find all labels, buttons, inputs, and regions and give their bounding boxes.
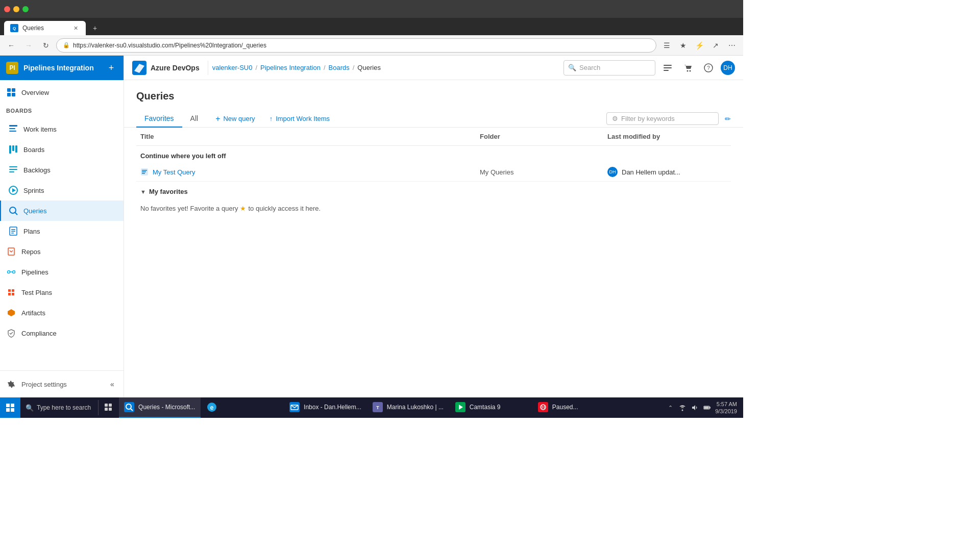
table-row[interactable]: My Test Query My Queries DH Dan Hellem u… bbox=[136, 163, 731, 182]
ado-logo-icon bbox=[132, 61, 146, 75]
col-title: Title bbox=[136, 131, 476, 142]
tab-favorites[interactable]: Favorites bbox=[136, 110, 182, 128]
refresh-button[interactable]: ↻ bbox=[39, 38, 53, 53]
section-toggle-icon[interactable]: ▼ bbox=[140, 189, 146, 195]
help-button[interactable]: ? bbox=[700, 60, 717, 76]
user-avatar[interactable]: DH bbox=[721, 61, 735, 75]
breadcrumb-project[interactable]: Pipelines Integration bbox=[260, 64, 321, 71]
svg-rect-2 bbox=[7, 93, 11, 96]
sidebar-item-boards[interactable]: Boards bbox=[0, 139, 124, 160]
svg-point-21 bbox=[8, 271, 10, 273]
ado-logo: Azure DevOps bbox=[132, 61, 208, 75]
new-query-button[interactable]: + New query bbox=[210, 111, 260, 127]
taskbar-app-inbox[interactable]: Inbox - Dan.Hellem... bbox=[284, 397, 366, 418]
project-settings-item[interactable]: Project settings « bbox=[0, 375, 124, 393]
share-button[interactable]: ↗ bbox=[708, 38, 723, 53]
shopping-cart-button[interactable] bbox=[680, 60, 696, 76]
reading-list-button[interactable]: ☰ bbox=[659, 38, 674, 53]
taskbar-app-ie[interactable]: e bbox=[202, 397, 283, 418]
breadcrumb-boards[interactable]: Boards bbox=[329, 64, 350, 71]
tab-actions: + New query ↑ Import Work Items bbox=[206, 111, 606, 127]
no-favorites-message: No favorites yet! Favorite a query ★ to … bbox=[136, 198, 731, 218]
start-button[interactable] bbox=[0, 397, 20, 418]
taskbar-app-paused[interactable]: Paused... bbox=[533, 397, 615, 418]
sidebar-item-compliance[interactable]: Compliance bbox=[0, 323, 124, 343]
tab-all[interactable]: All bbox=[182, 110, 207, 128]
tray-network-icon[interactable] bbox=[678, 404, 687, 412]
top-bar-search[interactable]: 🔍 Search bbox=[564, 60, 655, 76]
favorites-star-icon: ★ bbox=[240, 205, 246, 212]
project-icon: PI bbox=[6, 62, 18, 74]
svg-rect-39 bbox=[6, 408, 10, 412]
import-work-items-button[interactable]: ↑ Import Work Items bbox=[264, 112, 335, 126]
sidebar-item-plans[interactable]: Plans bbox=[0, 221, 124, 241]
tray-battery-icon[interactable] bbox=[703, 404, 711, 412]
sidebar-add-button[interactable]: + bbox=[105, 62, 117, 74]
search-placeholder: Search bbox=[579, 64, 600, 71]
taskbar-app-camtasia[interactable]: Camtasia 9 bbox=[450, 397, 532, 418]
sidebar-item-queries[interactable]: Queries bbox=[0, 201, 124, 221]
breadcrumb-org[interactable]: valenker-SU0 bbox=[212, 64, 253, 71]
taskbar-app-marina[interactable]: T Marina Lukoshko | ... bbox=[368, 397, 449, 418]
new-tab-button[interactable]: + bbox=[88, 21, 102, 35]
boards-icon bbox=[8, 144, 18, 155]
queries-icon bbox=[8, 206, 18, 216]
svg-rect-11 bbox=[9, 169, 17, 170]
breadcrumb-sep-1: / bbox=[255, 64, 257, 71]
sidebar-item-overview[interactable]: Overview bbox=[0, 82, 124, 103]
sidebar-item-label-work-items: Work items bbox=[23, 126, 57, 133]
sidebar-item-label-repos: Repos bbox=[21, 248, 41, 256]
tray-chevron[interactable]: ⌃ bbox=[666, 404, 674, 412]
breadcrumb-current: Queries bbox=[357, 64, 381, 71]
page-header: Queries bbox=[124, 80, 743, 110]
taskbar-date: 9/3/2019 bbox=[715, 408, 737, 415]
sidebar-item-artifacts[interactable]: Artifacts bbox=[0, 303, 124, 323]
browser-chrome bbox=[0, 0, 743, 18]
active-browser-tab[interactable]: Q Queries ✕ bbox=[4, 21, 86, 35]
filter-edit-button[interactable]: ✏ bbox=[725, 115, 731, 123]
breadcrumb: valenker-SU0 / Pipelines Integration / B… bbox=[212, 64, 559, 71]
query-title-link[interactable]: My Test Query bbox=[153, 168, 195, 176]
svg-rect-41 bbox=[105, 404, 108, 407]
project-name: Pipelines Integration bbox=[23, 64, 100, 72]
forward-button[interactable]: → bbox=[21, 38, 36, 53]
col-folder: Folder bbox=[476, 131, 603, 142]
plans-icon bbox=[8, 226, 18, 236]
test-plans-icon bbox=[6, 287, 16, 297]
sidebar-item-backlogs[interactable]: Backlogs bbox=[0, 160, 124, 180]
tray-volume-icon[interactable] bbox=[691, 404, 699, 412]
taskbar-apps: Queries - Microsoft... e Inbox - Dan.Hel… bbox=[117, 397, 660, 418]
hub-button[interactable]: ⚡ bbox=[692, 38, 706, 53]
back-button[interactable]: ← bbox=[4, 38, 18, 53]
taskbar-time-date[interactable]: 5:57 AM 9/3/2019 bbox=[715, 400, 737, 415]
sidebar-item-boards-header[interactable]: Boards bbox=[0, 103, 124, 119]
more-button[interactable]: ⋯ bbox=[725, 38, 739, 53]
notifications-button[interactable] bbox=[659, 60, 676, 76]
filter-input[interactable]: ⚙ Filter by keywords bbox=[606, 112, 719, 125]
sidebar-item-repos[interactable]: Repos bbox=[0, 241, 124, 262]
sidebar-item-sprints[interactable]: Sprints bbox=[0, 180, 124, 201]
new-query-plus-icon: + bbox=[215, 114, 220, 123]
sidebar-item-pipelines[interactable]: Pipelines bbox=[0, 262, 124, 282]
taskbar: 🔍 Type here to search Queries - Microsof… bbox=[0, 397, 743, 418]
svg-rect-38 bbox=[11, 404, 14, 407]
task-view-button[interactable] bbox=[101, 397, 117, 418]
svg-point-30 bbox=[690, 70, 691, 71]
taskbar-app-paused-label: Paused... bbox=[552, 404, 578, 411]
collapse-sidebar-button[interactable]: « bbox=[107, 379, 117, 389]
svg-rect-36 bbox=[142, 173, 145, 174]
favorites-button[interactable]: ★ bbox=[676, 38, 690, 53]
svg-line-16 bbox=[15, 213, 18, 215]
taskbar-search-icon: 🔍 bbox=[26, 404, 34, 412]
new-query-label: New query bbox=[223, 115, 255, 122]
breadcrumb-sep-2: / bbox=[324, 64, 326, 71]
taskbar-search[interactable]: 🔍 Type here to search bbox=[20, 397, 96, 418]
lock-icon: 🔒 bbox=[63, 42, 70, 48]
tab-close-button[interactable]: ✕ bbox=[71, 24, 80, 32]
section-my-favorites-label: My favorites bbox=[149, 188, 188, 195]
taskbar-app-queries[interactable]: Queries - Microsoft... bbox=[119, 397, 201, 418]
address-bar[interactable]: 🔒 https://valenker-su0.visualstudio.com/… bbox=[56, 38, 656, 53]
svg-rect-37 bbox=[6, 404, 10, 407]
sidebar-item-work-items[interactable]: Work items bbox=[0, 119, 124, 139]
sidebar-item-test-plans[interactable]: Test Plans bbox=[0, 282, 124, 303]
